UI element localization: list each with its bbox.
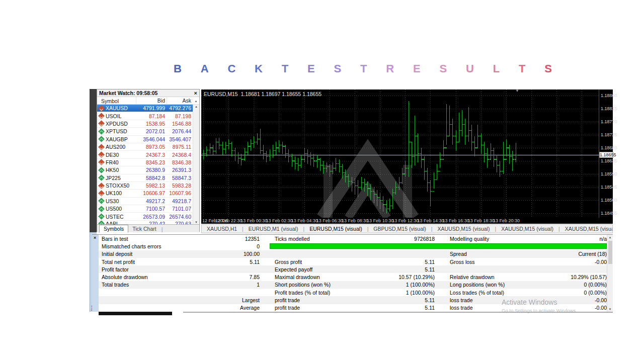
stat-label: Initial deposit — [99, 251, 216, 257]
market-watch-row[interactable]: JP22558842.858847.3 — [97, 174, 193, 182]
chart-tab[interactable]: EURUSD,M1 (visual) — [244, 226, 303, 232]
column-ask[interactable]: Ask — [167, 97, 193, 105]
price-axis-label: 1.18590 — [601, 171, 617, 176]
scroll-up-icon[interactable]: ▲ — [193, 105, 199, 108]
stat-value: -0.00 — [560, 305, 607, 311]
stat-value: Average — [216, 305, 260, 311]
close-icon[interactable]: × — [194, 90, 197, 96]
price-up-icon — [98, 167, 105, 173]
market-watch-row[interactable]: XAUGBP3546.0443546.407 — [97, 136, 193, 143]
chart-tab[interactable]: XAUUSD,M15 (visual) — [433, 226, 495, 232]
title-letter: T — [360, 62, 367, 75]
market-watch-row[interactable]: UK10010606.9710607.96 — [97, 190, 193, 197]
scrollbar-thumb[interactable] — [608, 241, 612, 264]
market-watch-row[interactable]: STOXX505982.135983.28 — [97, 182, 193, 190]
stat-label: Gross loss — [447, 259, 560, 265]
ask-value: 7101.07 — [167, 206, 193, 212]
market-watch-scrollbar[interactable]: ▲ ▼ — [193, 105, 199, 224]
symbol-name: DE30 — [106, 152, 135, 158]
symbol-name: XAUUSD — [106, 105, 135, 111]
ask-value: 1546.88 — [167, 121, 193, 127]
title-letter: R — [386, 62, 394, 75]
price-up-icon — [98, 136, 105, 142]
tester-scrollbar[interactable]: ▲ ▼ — [607, 235, 613, 312]
bid-value: 49217.2 — [135, 198, 167, 204]
market-watch-row[interactable]: XAUUSD4791.9994792.276 — [97, 105, 193, 112]
market-watch-row[interactable]: DE3024367.324368.4 — [97, 151, 193, 158]
title-letter: S — [544, 62, 552, 75]
chart-tab[interactable]: XAUUSD,M15 (visual) — [496, 226, 558, 232]
market-watch-row[interactable]: XPDUSD1538.951546.88 — [97, 120, 193, 128]
title-letter: E — [413, 62, 421, 75]
stat-value: 10.29% (10.57) — [560, 274, 607, 280]
market-watch-row[interactable]: AAPL270.42270.63 — [97, 221, 193, 224]
tester-row: Averageprofit trade5.11loss trade-0.00 — [99, 304, 607, 312]
time-axis-label: 13 Feb 10:30 — [367, 218, 393, 223]
symbol-name: XPDUSD — [106, 121, 135, 127]
market-watch-row[interactable]: USTEC26573.0926574.60 — [97, 213, 193, 220]
stat-value: 5.11 — [387, 259, 435, 265]
market-watch-row[interactable]: US3049217.249218.7 — [97, 198, 193, 205]
symbol-name: UK100 — [106, 190, 135, 196]
chart-tab[interactable]: GBPUSD,M15 (visual) — [368, 226, 431, 232]
stat-label: loss trade — [447, 305, 560, 311]
scroll-up-icon[interactable]: ▲ — [193, 100, 199, 103]
stat-label: loss trade — [447, 297, 560, 303]
chart-price-axis[interactable]: 1.188601.188151.187701.187251.186801.186… — [599, 89, 613, 218]
bid-value: 26573.09 — [135, 214, 167, 220]
market-watch-tab-symbols[interactable]: Symbols — [99, 225, 128, 233]
market-watch-row[interactable]: AUS2008973.058975.11 — [97, 143, 193, 151]
chart-plot[interactable]: EURUSD,M15 1.18681 1.18697 1.18655 1.186… — [201, 89, 599, 218]
scroll-up-icon[interactable]: ▲ — [607, 236, 613, 239]
chart-time-axis[interactable]: 12 Feb 202612 Feb 22:3013 Feb 00:3013 Fe… — [201, 218, 613, 224]
close-icon[interactable]: × — [94, 236, 96, 240]
stat-label: Spread — [447, 251, 560, 257]
bid-value: 2072.01 — [135, 128, 167, 134]
market-watch-rows: XAUUSD4791.9994792.276USOIL87.18487.198X… — [97, 105, 193, 224]
symbol-name: US500 — [106, 206, 135, 212]
market-watch-titlebar: Market Watch: 09:58:05 × — [97, 89, 199, 97]
column-bid[interactable]: Bid — [136, 97, 167, 105]
column-symbol[interactable]: Symbol — [97, 98, 136, 104]
market-watch-row[interactable]: HK5026380.926391.3 — [97, 166, 193, 174]
stat-value: 12351 — [216, 236, 260, 242]
ask-value: 26391.3 — [167, 167, 193, 173]
title-letter: U — [466, 62, 474, 75]
ask-value: 5983.28 — [167, 183, 193, 189]
scroll-down-icon[interactable]: ▼ — [193, 221, 199, 224]
ask-value: 24368.4 — [167, 152, 193, 158]
bid-value: 7100.57 — [135, 206, 167, 212]
chart-tab[interactable]: XAUUSD,H1 — [202, 226, 242, 232]
title-letter: L — [493, 62, 500, 75]
chart-tab[interactable]: XAUUSD,M15 (visual) — [560, 226, 613, 232]
ask-value: 49218.7 — [167, 198, 193, 204]
chart-tab[interactable]: EURUSD,M15 (visual) — [304, 226, 367, 232]
tester-row: Bars in test12351Ticks modelled9726818Mo… — [99, 235, 607, 242]
time-axis-label: 13 Feb 08:30 — [342, 218, 368, 223]
ask-value: 270.63 — [167, 221, 193, 224]
price-axis-label: 1.18545 — [601, 185, 617, 190]
symbol-name: XPTUSD — [106, 128, 135, 134]
stat-value: 9726818 — [387, 236, 435, 242]
price-down-icon — [98, 113, 105, 119]
current-price-label: 1.18655 — [599, 152, 613, 158]
market-watch-row[interactable]: US5007100.577101.07 — [97, 205, 193, 213]
market-watch-row[interactable]: USOIL87.18487.198 — [97, 112, 193, 120]
tester-row: Absolute drawdown7.85Maximal drawdown10.… — [99, 273, 607, 281]
stat-label: Loss trades (% of total) — [447, 290, 560, 296]
stat-label: Total trades — [99, 282, 216, 288]
market-watch-row[interactable]: FR408345.238346.38 — [97, 159, 193, 166]
bid-value: 5982.13 — [135, 183, 167, 189]
window-bottom-line — [183, 312, 613, 313]
price-up-icon — [98, 128, 105, 135]
scroll-down-icon[interactable]: ▼ — [607, 308, 613, 311]
tester-row: Initial deposit100.00SpreadCurrent (18) — [99, 250, 607, 258]
page-title: BACKTESTRESULTS — [174, 61, 552, 76]
chart-shift-marker-icon[interactable]: ▼ — [515, 89, 519, 93]
market-watch-body: XAUUSD4791.9994792.276USOIL87.18487.198X… — [97, 105, 199, 224]
market-watch-row[interactable]: XPTUSD2072.012076.44 — [97, 128, 193, 135]
time-axis-label: 13 Feb 20:30 — [493, 218, 520, 223]
price-axis-label: 1.18635 — [601, 158, 617, 163]
market-watch-tab-tick-chart[interactable]: Tick Chart — [128, 225, 160, 232]
tester-row: Total net profit5.11Gross profit5.11Gros… — [99, 258, 607, 265]
